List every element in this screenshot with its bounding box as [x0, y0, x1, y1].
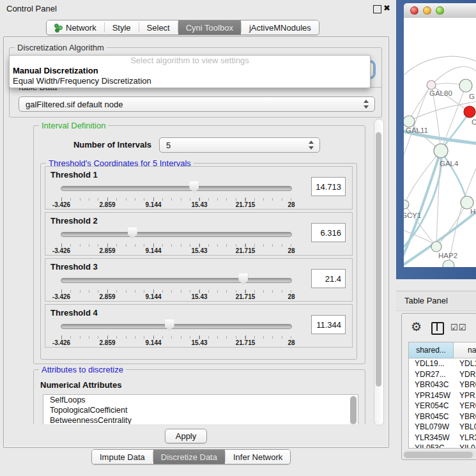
network-node-gal80[interactable] — [427, 81, 436, 89]
table-row[interactable]: YBL079WYBL0 — [409, 422, 476, 433]
table-row[interactable]: YIL053CYIL0 — [409, 443, 476, 448]
number-of-intervals-value: 5 — [166, 141, 171, 150]
table-data-combobox[interactable]: galFiltered.sif default node — [19, 96, 375, 112]
tab-impute-data[interactable]: Impute Data — [92, 450, 153, 464]
cell-shared-name[interactable]: YER054C — [409, 401, 454, 411]
slider-thumb-icon[interactable] — [189, 181, 199, 193]
cell-shared-name[interactable]: YBR045C — [409, 411, 454, 422]
tab-jactivemnodules[interactable]: jActiveMNodules — [242, 20, 319, 35]
dropdown-item[interactable]: Equal Width/Frequency Discretization — [10, 76, 370, 86]
cell-shared-name[interactable]: YBR043C — [409, 380, 454, 390]
column-header-shared[interactable]: shared... — [409, 342, 454, 358]
numerical-attributes-list[interactable]: SelfLoopsTopologicalCoefficientBetweenne… — [43, 394, 358, 424]
attribute-list-item[interactable]: BetweennessCentrality — [43, 415, 358, 424]
table-row[interactable]: YBR045CYBR0 — [409, 411, 476, 422]
threshold-slider[interactable]: -3.4262.8599.14415.4321.71528 — [61, 273, 292, 298]
cell-shared-name[interactable]: YBL079W — [409, 422, 454, 433]
cell-name[interactable]: YER0 — [454, 401, 476, 411]
tab-infer-network[interactable]: Infer Network — [226, 450, 290, 464]
gear-icon[interactable]: ⚙ — [411, 319, 422, 334]
attribute-list-item[interactable]: TopologicalCoefficient — [43, 405, 358, 415]
network-window-titlebar[interactable] — [404, 3, 476, 19]
main-scrollbar[interactable] — [374, 119, 384, 426]
threshold-slider[interactable]: -3.4262.8599.14415.4321.71528 — [61, 227, 292, 252]
network-node[interactable] — [443, 260, 454, 267]
slider-track[interactable] — [61, 324, 292, 329]
tick-label: 21.715 — [236, 247, 256, 254]
table-row[interactable]: YBR043CYBR0 — [409, 380, 476, 390]
tab-network[interactable]: Network — [47, 20, 104, 35]
cell-shared-name[interactable]: YIL053C — [409, 443, 454, 448]
close-traffic-light-icon[interactable] — [410, 6, 418, 15]
cell-shared-name[interactable]: YDL19... — [409, 358, 454, 369]
slider-track[interactable] — [61, 186, 292, 191]
table-row[interactable]: YPR145WYPR1 — [409, 390, 476, 401]
threshold-value-field[interactable]: 14.713 — [311, 177, 346, 196]
combo-arrows-icon[interactable] — [308, 141, 314, 150]
dropdown-item[interactable]: Select algorithm to view settings — [10, 56, 370, 66]
threshold-value-field[interactable]: 21.4 — [311, 269, 346, 288]
slider-thumb-icon[interactable] — [238, 273, 248, 285]
network-node-gal11[interactable] — [404, 116, 415, 127]
cell-name[interactable]: YBR0 — [454, 411, 476, 422]
scrollbar-thumb[interactable] — [350, 396, 357, 424]
table-data-value: galFiltered.sif default node — [26, 100, 123, 109]
table-row[interactable]: YER054CYER0 — [409, 401, 476, 411]
scrollbar-thumb[interactable] — [376, 132, 381, 387]
network-view-frame[interactable]: GAL80GCGAL11GAL4GCY1HHAP2 — [396, 0, 476, 279]
zoom-traffic-light-icon[interactable] — [436, 6, 444, 15]
threshold-value-field[interactable]: 11.344 — [311, 315, 346, 334]
network-canvas[interactable]: GAL80GCGAL11GAL4GCY1HHAP2 — [404, 18, 476, 267]
threshold-value-field[interactable]: 6.316 — [311, 223, 346, 242]
threshold-slider[interactable]: -3.4262.8599.14415.4321.71528 — [61, 319, 292, 344]
cell-shared-name[interactable]: YDR27... — [409, 369, 454, 380]
tab-style[interactable]: Style — [105, 20, 139, 35]
table-rows: YDL19...YDL1YDR27...YDR2YBR043CYBR0YPR14… — [409, 358, 476, 448]
float-window-icon[interactable] — [373, 5, 381, 13]
network-node-hap2[interactable] — [431, 242, 441, 252]
cell-name[interactable]: YPR1 — [454, 390, 476, 401]
close-icon[interactable]: ✖ — [383, 3, 390, 13]
tick-label: 15.43 — [191, 201, 207, 208]
column-header-name[interactable]: na — [454, 342, 476, 358]
network-node-g[interactable] — [459, 79, 472, 92]
panel-title: Control Panel — [6, 4, 57, 13]
column-view-icon[interactable] — [431, 322, 444, 335]
cell-shared-name[interactable]: YPR145W — [409, 390, 454, 401]
slider-thumb-icon[interactable] — [165, 319, 174, 331]
cell-name[interactable]: YIL0 — [454, 443, 476, 448]
list-scrollbar[interactable] — [350, 396, 357, 424]
node-label: HAP2 — [438, 252, 457, 259]
node-attribute-table[interactable]: shared... na YDL19...YDL1YDR27...YDR2YBR… — [408, 342, 476, 449]
attribute-list-item[interactable]: SelfLoops — [43, 395, 358, 405]
apply-button[interactable]: Apply — [165, 429, 207, 443]
table-horizontal-scrollbar[interactable] — [403, 450, 476, 459]
network-node-gal4[interactable] — [434, 144, 448, 158]
cell-name[interactable]: YLR3 — [454, 433, 476, 443]
dropdown-item[interactable]: Manual Discretization — [10, 66, 370, 76]
threshold-slider[interactable]: -3.4262.8599.14415.4321.71528 — [61, 181, 292, 206]
slider-thumb-icon[interactable] — [128, 227, 137, 239]
tab-discretize-data[interactable]: Discretize Data — [153, 450, 225, 464]
table-row[interactable]: YDL19...YDL1 — [409, 358, 476, 369]
slider-track[interactable] — [61, 232, 292, 237]
network-node-c[interactable] — [464, 106, 475, 118]
tab-select[interactable]: Select — [139, 20, 178, 35]
number-of-intervals-combobox[interactable]: 5 — [159, 137, 320, 153]
cell-name[interactable]: YDL1 — [454, 358, 476, 369]
checkbox-icons[interactable]: ☑☑ — [450, 323, 466, 332]
cell-shared-name[interactable]: YLR345W — [409, 433, 454, 443]
combo-arrows-icon[interactable] — [363, 100, 369, 109]
cell-name[interactable]: YDR2 — [454, 369, 476, 380]
table-row[interactable]: YDR27...YDR2 — [409, 369, 476, 380]
table-row[interactable]: YLR345WYLR3 — [409, 433, 476, 443]
cell-name[interactable]: YBR0 — [454, 380, 476, 390]
scrollbar-thumb[interactable] — [404, 452, 473, 458]
minimize-traffic-light-icon[interactable] — [423, 6, 431, 15]
tab-label: Discretize Data — [161, 452, 217, 462]
slider-track[interactable] — [61, 278, 292, 283]
network-node-gcy1[interactable] — [404, 200, 409, 209]
cell-name[interactable]: YBL0 — [454, 422, 476, 433]
tab-cyni-toolbox[interactable]: Cyni Toolbox — [178, 20, 241, 35]
network-node-h[interactable] — [461, 196, 473, 209]
